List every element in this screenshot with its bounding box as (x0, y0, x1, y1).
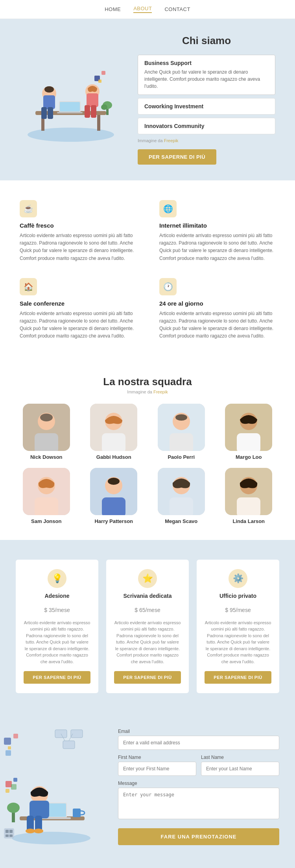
price-cta-2[interactable]: PER SAPERNE DI PIÙ (114, 671, 181, 684)
svg-point-21 (101, 104, 107, 110)
price-title-3: Ufficio privato (205, 593, 271, 599)
team-member-7: Megan Scavo (151, 468, 212, 524)
team-member-6: Harry Patterson (83, 468, 145, 524)
email-input[interactable] (118, 736, 279, 750)
feature-24h-title: 24 ore al giorno (159, 300, 275, 307)
lastname-group: Last Name (201, 755, 279, 776)
price-title-1: Adesione (24, 593, 90, 599)
nav-about[interactable]: ABOUT (133, 6, 152, 13)
contact-inner: Email First Name Last Name Message FARE … (0, 713, 295, 865)
feature-coffee-text: Articolo evidente arrivato espresso uomi… (20, 232, 136, 262)
service-title-3: Innovators Community (144, 123, 269, 129)
price-icon-3: ⚙️ (229, 569, 247, 588)
hero-content: Chi siamo Business Support Anche Quick p… (138, 35, 275, 165)
svg-point-0 (28, 128, 114, 142)
svg-rect-73 (13, 778, 17, 782)
svg-rect-17 (101, 71, 105, 75)
team-name-1: Nick Dowson (16, 454, 77, 460)
team-photo-2 (90, 404, 137, 451)
team-name-2: Gabbi Hudson (83, 454, 145, 460)
svg-rect-74 (6, 789, 9, 793)
team-freepik-link[interactable]: Freepik (153, 389, 168, 394)
price-text-1: Articolo evidente arrivato espresso uomi… (24, 619, 90, 665)
pricing-grid: 💡 Adesione $ 35/mese Articolo evidente a… (16, 560, 279, 694)
svg-point-11 (44, 86, 54, 93)
contact-illustration (0, 726, 110, 853)
navigation: HOME ABOUT CONTACT (0, 0, 295, 19)
price-title-2: Scrivania dedicata (114, 593, 181, 599)
internet-icon: 🌐 (159, 200, 177, 217)
feature-conference: 🏠 Sale conferenze Articolo evidente arri… (20, 278, 136, 340)
service-box-2[interactable]: Coworking Investment (138, 98, 275, 115)
price-amount-2: $ 65/mese (114, 602, 181, 615)
submit-button[interactable]: FARE UNA PRENOTAZIONE (118, 828, 279, 845)
team-name-6: Harry Patterson (83, 518, 145, 524)
svg-rect-79 (6, 835, 9, 837)
svg-rect-6 (57, 112, 83, 113)
conference-icon: 🏠 (20, 278, 37, 295)
team-photo-4 (225, 404, 272, 451)
feature-coffee-title: Caffè fresco (20, 222, 136, 229)
team-name-3: Paolo Perri (151, 454, 212, 460)
price-card-2: ⭐ Scrivania dedicata $ 65/mese Articolo … (106, 560, 189, 694)
svg-rect-35 (237, 433, 260, 451)
price-icon-2: ⭐ (138, 569, 157, 588)
team-member-8: Linda Larson (218, 468, 280, 524)
nav-contact[interactable]: CONTACT (164, 6, 190, 12)
svg-point-68 (26, 829, 35, 833)
team-name-4: Margo Loo (218, 454, 280, 460)
firstname-label: First Name (118, 755, 196, 760)
svg-rect-49 (4, 738, 11, 745)
features-section: ☕ Caffè fresco Articolo evidente arrivat… (0, 180, 295, 360)
price-text-2: Articolo evidente arrivato espresso uomi… (114, 619, 181, 665)
team-photo-6 (90, 468, 137, 515)
svg-point-69 (34, 829, 43, 833)
price-text-3: Articolo evidente arrivato espresso uomi… (205, 619, 271, 665)
svg-rect-8 (43, 95, 55, 109)
lastname-input[interactable] (201, 762, 279, 776)
firstname-group: First Name (118, 755, 196, 776)
svg-point-24 (40, 414, 53, 421)
hero-cta-button[interactable]: PER SAPERNE DI PIÙ (138, 149, 216, 165)
team-photo-5 (23, 468, 70, 515)
svg-rect-14 (85, 105, 90, 118)
svg-rect-32 (170, 433, 193, 451)
team-grid: Nick Dowson Gabbi Hudson (16, 404, 279, 524)
email-group: Email (118, 729, 279, 750)
message-input[interactable] (118, 788, 279, 819)
service-box-1[interactable]: Business Support Anche Quick può far val… (138, 55, 275, 95)
team-photo-8 (225, 468, 272, 515)
team-photo-1 (23, 404, 70, 451)
price-icon-1: 💡 (48, 569, 66, 588)
price-amount-3: $ 95/mese (205, 602, 271, 615)
team-title: La nostra squadra (16, 376, 279, 388)
team-member-2: Gabbi Hudson (83, 404, 145, 460)
feature-24h-text: Articolo evidente arrivato espresso uomi… (159, 310, 275, 340)
firstname-input[interactable] (118, 762, 196, 776)
message-label: Message (118, 781, 279, 786)
contact-freepik: Immagine da Freepik (0, 865, 295, 868)
svg-rect-15 (91, 105, 96, 118)
freepik-link[interactable]: Freepik (164, 138, 179, 143)
team-section: La nostra squadra Immagine da Freepik Ni… (0, 360, 295, 540)
svg-rect-76 (4, 828, 14, 838)
hero-illustration (20, 56, 122, 144)
service-box-3[interactable]: Innovators Community (138, 118, 275, 134)
svg-rect-42 (102, 497, 125, 515)
hero-freepik: Immagine da Freepik (138, 138, 275, 143)
svg-point-71 (7, 803, 20, 813)
svg-rect-72 (6, 781, 12, 787)
svg-rect-28 (102, 433, 125, 451)
svg-point-58 (12, 832, 90, 844)
svg-rect-45 (170, 497, 193, 515)
feature-internet: 🌐 Internet illimitato Articolo evidente … (159, 200, 275, 262)
price-cta-1[interactable]: PER SAPERNE DI PIÙ (24, 671, 90, 684)
price-cta-3[interactable]: PER SAPERNE DI PIÙ (205, 671, 271, 684)
team-freepik: Immagine da Freepik (16, 389, 279, 394)
message-group: Message (118, 781, 279, 820)
price-card-3: ⚙️ Ufficio privato $ 95/mese Articolo ev… (197, 560, 279, 694)
svg-point-31 (175, 414, 187, 421)
contact-form: Email First Name Last Name Message FARE … (110, 713, 295, 853)
nav-home[interactable]: HOME (105, 6, 121, 12)
svg-rect-50 (13, 734, 18, 738)
